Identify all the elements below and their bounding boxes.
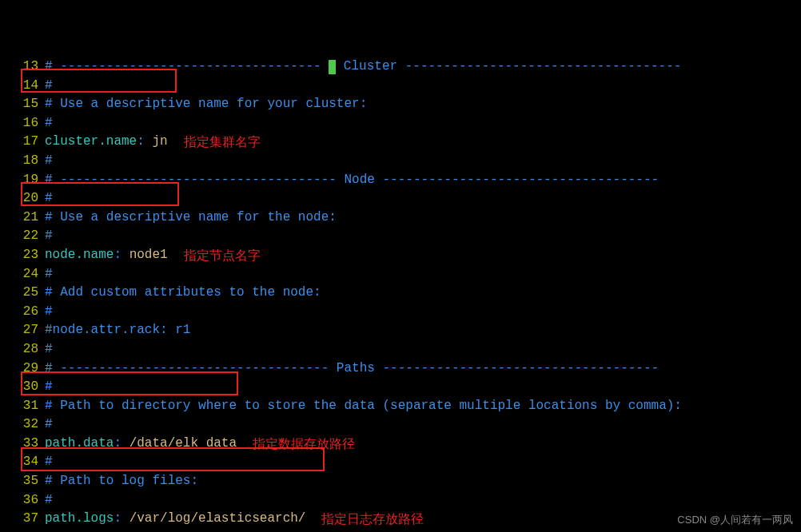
code-line: 29# ----------------------------------- … [0,359,801,379]
comment-text: # Use a descriptive name for your cluste… [45,95,367,114]
line-number: 36 [0,491,38,510]
line-number: 31 [0,397,38,416]
line-number: 32 [0,415,38,435]
code-line: 16# [0,114,801,133]
yaml-value: /var/log/elasticsearch/ [122,510,305,529]
comment-text: # [45,340,53,359]
annotation-label: 指定日志存放路径 [321,510,424,529]
line-number: 28 [0,340,38,359]
section-name: Node [344,171,374,190]
comment-text: # Path to directory where to store the d… [45,397,682,416]
section-dash: # ---------------------------------- [45,58,329,77]
line-number: 33 [0,435,38,454]
line-number: 14 [0,77,38,96]
section-dash: ------------------------------------ [405,58,682,77]
comment-text: # [45,491,53,510]
line-number: 16 [0,114,38,133]
comment-text: # [45,529,53,532]
line-number: 24 [0,265,38,284]
code-line: 21# Use a descriptive name for the node: [0,208,801,228]
code-line: 24# [0,265,801,284]
line-number: 13 [0,58,38,77]
comment-text: # [45,227,53,246]
section-name: Cluster [336,58,404,77]
code-line: 22# [0,227,801,246]
comment-text: # Add custom attributes to the node: [45,284,321,303]
yaml-value: /data/elk_data [122,435,237,454]
line-number: 34 [0,453,38,472]
code-line: 20# [0,189,801,208]
section-dash: # ------------------------------------ [45,171,344,190]
watermark-text: CSDN @人间若有一两风 [677,513,793,527]
code-line: 17cluster.name: jn指定集群名字 [0,133,801,152]
section-dash: ------------------------------------ [375,171,659,190]
comment-text: # [45,152,53,171]
code-line: 32# [0,415,801,435]
code-line: 27#node.attr.rack: r1 [0,321,801,340]
line-number: 23 [0,246,38,265]
comment-text: #node.attr.rack: r1 [45,321,190,340]
line-number: 25 [0,284,38,303]
comment-text: # [45,378,53,397]
yaml-key: cluster.name [45,133,137,152]
yaml-key: node.name [45,246,114,265]
code-line: 35# Path to log files: [0,472,801,491]
comment-text: # [45,415,53,435]
code-line: 38# [0,529,801,532]
comment-text: # Path to log files: [45,472,198,491]
code-line: 23node.name: node1指定节点名字 [0,246,801,265]
section-name: Paths [337,359,375,379]
annotation-label: 指定集群名字 [184,133,261,152]
yaml-colon: : [114,435,122,454]
code-line: 31# Path to directory where to store the… [0,397,801,416]
line-number: 18 [0,152,38,171]
code-line: 26# [0,303,801,322]
line-number: 22 [0,227,38,246]
comment-text: # [45,265,53,284]
code-line: 36# [0,491,801,510]
line-number: 27 [0,321,38,340]
line-number: 20 [0,189,38,208]
line-number: 37 [0,510,38,529]
line-number: 29 [0,359,38,379]
yaml-key: path.data [45,435,114,454]
code-line: 14# [0,77,801,96]
comment-text: # [45,189,53,208]
line-number: 19 [0,171,38,190]
comment-text: # [45,114,53,133]
comment-text: # Use a descriptive name for the node: [45,208,337,228]
comment-text: # [45,303,53,322]
code-editor[interactable]: 13# ---------------------------------- C… [0,58,801,532]
code-line: 19# ------------------------------------… [0,171,801,190]
yaml-colon: : [114,246,122,265]
yaml-colon: : [137,133,145,152]
yaml-key: path.logs [45,510,114,529]
section-dash: # ----------------------------------- [45,359,337,379]
code-line: 34# [0,453,801,472]
code-line: 18# [0,152,801,171]
code-line: 30# [0,378,801,397]
comment-text: # [45,77,53,96]
comment-text: # [45,453,53,472]
code-line: 13# ---------------------------------- C… [0,58,801,77]
yaml-value: node1 [122,246,168,265]
line-number: 21 [0,208,38,228]
line-number: 38 [0,529,38,532]
code-line: 15# Use a descriptive name for your clus… [0,95,801,114]
line-number: 30 [0,378,38,397]
cursor [329,60,336,74]
yaml-value: jn [145,133,168,152]
line-number: 26 [0,303,38,322]
line-number: 17 [0,133,38,152]
line-number: 15 [0,95,38,114]
annotation-label: 指定数据存放路径 [253,435,355,454]
line-number: 35 [0,472,38,491]
section-dash: ------------------------------------ [375,359,659,379]
yaml-colon: : [114,510,122,529]
annotation-label: 指定节点名字 [184,246,261,265]
code-line: 28# [0,340,801,359]
code-line: 25# Add custom attributes to the node: [0,284,801,303]
code-line: 33path.data: /data/elk_data指定数据存放路径 [0,435,801,454]
